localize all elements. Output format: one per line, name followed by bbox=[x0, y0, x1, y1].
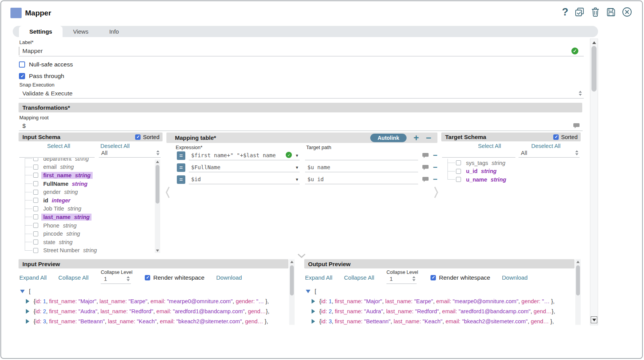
mapping-root-input[interactable]: $ bbox=[19, 121, 583, 131]
output-expand-all-link[interactable]: Expand All bbox=[305, 274, 332, 281]
label-input[interactable]: Mapper ✓ bbox=[19, 46, 584, 56]
comment-icon[interactable] bbox=[422, 177, 429, 183]
target-deselect-all-link[interactable]: Deselect All bbox=[531, 143, 561, 149]
schema-item-checkbox[interactable] bbox=[33, 158, 38, 161]
target-path-input[interactable] bbox=[305, 151, 418, 160]
target-select-all-link[interactable]: Select All bbox=[478, 143, 501, 149]
comment-icon[interactable] bbox=[422, 153, 429, 159]
spinner-icon[interactable] bbox=[127, 276, 130, 281]
pass-through-checkbox[interactable] bbox=[19, 73, 25, 79]
schema-item-checkbox[interactable] bbox=[33, 248, 38, 253]
add-row-button[interactable]: + bbox=[414, 134, 419, 142]
snap-execution-select[interactable]: Validate & Execute bbox=[19, 88, 584, 98]
expand-triangle-icon[interactable] bbox=[26, 299, 29, 304]
scrollbar-thumb[interactable] bbox=[156, 165, 159, 204]
target-path-input[interactable]: $u_name bbox=[305, 163, 418, 172]
copy-icon[interactable] bbox=[575, 7, 585, 17]
autolink-button[interactable]: Autolink bbox=[370, 134, 407, 142]
input-deselect-all-link[interactable]: Deselect All bbox=[100, 143, 130, 149]
output-collapse-level-input[interactable]: 1 bbox=[386, 275, 417, 284]
remove-row-button[interactable]: − bbox=[433, 163, 437, 172]
dropdown-spinner-icon[interactable] bbox=[156, 150, 159, 155]
scroll-up-icon[interactable] bbox=[576, 261, 580, 263]
input-expand-all-link[interactable]: Expand All bbox=[19, 274, 47, 281]
comment-icon[interactable] bbox=[573, 123, 580, 129]
input-render-whitespace-checkbox[interactable] bbox=[145, 275, 150, 280]
expand-triangle-icon[interactable] bbox=[312, 319, 315, 324]
output-render-whitespace-checkbox[interactable] bbox=[430, 275, 436, 280]
input-collapse-level-input[interactable]: 1 bbox=[101, 275, 131, 284]
input-schema-filter-input[interactable] bbox=[19, 149, 95, 158]
schema-item-checkbox[interactable] bbox=[33, 214, 38, 219]
scrollbar-thumb[interactable] bbox=[576, 265, 580, 295]
expand-triangle-icon[interactable] bbox=[312, 309, 315, 314]
main-scrollbar[interactable] bbox=[590, 39, 598, 325]
collapse-triangle-icon[interactable] bbox=[306, 290, 310, 293]
schema-item-checkbox[interactable] bbox=[33, 206, 38, 211]
target-sorted-checkbox[interactable] bbox=[553, 134, 559, 140]
collapse-left-panel-icon[interactable] bbox=[165, 186, 170, 200]
output-collapse-all-link[interactable]: Collapse All bbox=[344, 274, 374, 281]
scroll-down-button[interactable] bbox=[591, 316, 597, 323]
schema-item-checkbox[interactable] bbox=[33, 231, 38, 236]
schema-item-checkbox[interactable] bbox=[33, 173, 38, 178]
schema-item-checkbox[interactable] bbox=[33, 223, 38, 228]
output-download-link[interactable]: Download bbox=[502, 274, 528, 281]
collapse-triangle-icon[interactable] bbox=[20, 290, 25, 293]
input-schema-filter-dropdown[interactable]: All bbox=[99, 149, 161, 158]
scroll-down-icon[interactable] bbox=[156, 250, 159, 252]
tab-info[interactable]: Info bbox=[99, 26, 129, 37]
schema-item-checkbox[interactable] bbox=[456, 177, 461, 182]
expand-triangle-icon[interactable] bbox=[26, 309, 29, 314]
null-safe-checkbox[interactable] bbox=[19, 61, 25, 68]
remove-row-button[interactable]: − bbox=[433, 151, 437, 160]
save-icon[interactable] bbox=[606, 7, 616, 17]
dropdown-spinner-icon[interactable] bbox=[575, 150, 578, 155]
input-schema-scrollbar[interactable] bbox=[155, 160, 160, 253]
expression-dropdown-icon[interactable]: ▼ bbox=[296, 177, 298, 182]
schema-item-checkbox[interactable] bbox=[456, 169, 461, 174]
scrollbar-thumb[interactable] bbox=[591, 46, 597, 92]
target-schema-filter-dropdown[interactable]: All bbox=[519, 149, 580, 158]
tab-settings[interactable]: Settings bbox=[19, 26, 63, 37]
expression-input[interactable]: $first_name+" "+$last_name✓▼ bbox=[189, 151, 300, 160]
schema-item-checkbox[interactable] bbox=[33, 190, 38, 195]
input-sorted-checkbox[interactable] bbox=[135, 134, 141, 140]
expression-toggle-button[interactable]: = bbox=[177, 175, 185, 184]
input-download-link[interactable]: Download bbox=[216, 274, 242, 281]
schema-item-checkbox[interactable] bbox=[33, 165, 38, 170]
expression-dropdown-icon[interactable]: ▼ bbox=[296, 153, 298, 158]
help-icon[interactable]: ? bbox=[562, 7, 569, 17]
input-preview-scrollbar[interactable] bbox=[289, 259, 295, 325]
schema-item-checkbox[interactable] bbox=[33, 198, 38, 203]
remove-row-button[interactable]: − bbox=[433, 175, 437, 184]
schema-item-checkbox[interactable] bbox=[33, 181, 38, 186]
expression-toggle-button[interactable]: = bbox=[177, 151, 185, 160]
target-path-input[interactable]: $u_id bbox=[305, 175, 418, 184]
expression-toggle-button[interactable]: = bbox=[177, 163, 185, 172]
close-icon[interactable] bbox=[622, 7, 632, 17]
schema-item-checkbox[interactable] bbox=[456, 160, 461, 165]
tab-views[interactable]: Views bbox=[63, 26, 99, 37]
scroll-up-icon[interactable] bbox=[290, 261, 293, 263]
input-collapse-all-link[interactable]: Collapse All bbox=[58, 274, 88, 281]
splitter-handle[interactable] bbox=[294, 253, 309, 259]
scroll-up-icon[interactable] bbox=[592, 41, 596, 44]
spinner-icon[interactable] bbox=[579, 91, 582, 96]
spinner-icon[interactable] bbox=[412, 276, 415, 281]
expression-dropdown-icon[interactable]: ▼ bbox=[296, 165, 298, 170]
schema-item-checkbox[interactable] bbox=[33, 239, 38, 245]
trash-icon[interactable] bbox=[591, 7, 600, 17]
expression-input[interactable]: $FullName▼ bbox=[189, 163, 300, 172]
scrollbar-thumb[interactable] bbox=[290, 265, 294, 295]
expression-input[interactable]: $id▼ bbox=[189, 175, 300, 184]
scroll-up-icon[interactable] bbox=[156, 161, 159, 163]
expand-triangle-icon[interactable] bbox=[26, 319, 29, 324]
input-select-all-link[interactable]: Select All bbox=[47, 143, 70, 149]
expand-triangle-icon[interactable] bbox=[312, 299, 315, 304]
target-schema-filter-input[interactable] bbox=[442, 149, 515, 158]
remove-rows-button[interactable]: − bbox=[426, 134, 431, 142]
comment-icon[interactable] bbox=[422, 165, 429, 171]
output-preview-scrollbar[interactable] bbox=[575, 259, 581, 325]
collapse-right-panel-icon[interactable] bbox=[434, 186, 439, 200]
